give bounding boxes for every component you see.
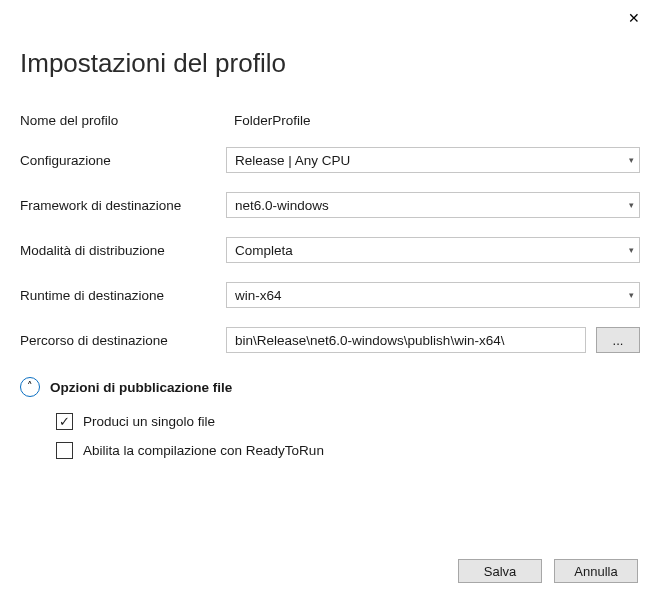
label-profile-name: Nome del profilo — [20, 113, 224, 128]
save-button[interactable]: Salva — [458, 559, 542, 583]
file-publish-options-list: ✓ Produci un singolo file Abilita la com… — [56, 413, 638, 459]
page-title: Impostazioni del profilo — [20, 48, 638, 79]
label-configuration: Configurazione — [20, 153, 224, 168]
cancel-button[interactable]: Annulla — [554, 559, 638, 583]
target-framework-input[interactable] — [226, 192, 640, 218]
close-button[interactable]: ✕ — [622, 6, 646, 30]
browse-button[interactable]: ... — [596, 327, 640, 353]
deployment-mode-input[interactable] — [226, 237, 640, 263]
dialog-footer: Salva Annulla — [458, 559, 638, 583]
label-deployment-mode: Modalità di distribuzione — [20, 243, 224, 258]
label-target-runtime: Runtime di destinazione — [20, 288, 224, 303]
configuration-select[interactable]: ▾ — [226, 147, 640, 173]
dialog-content: Impostazioni del profilo Nome del profil… — [0, 0, 658, 479]
ready-to-run-label: Abilita la compilazione con ReadyToRun — [83, 443, 324, 458]
single-file-label: Produci un singolo file — [83, 414, 215, 429]
target-runtime-select[interactable]: ▾ — [226, 282, 640, 308]
label-target-framework: Framework di destinazione — [20, 198, 224, 213]
close-icon: ✕ — [628, 10, 640, 26]
single-file-checkbox-row[interactable]: ✓ Produci un singolo file — [56, 413, 638, 430]
label-target-location: Percorso di destinazione — [20, 333, 224, 348]
single-file-checkbox[interactable]: ✓ — [56, 413, 73, 430]
configuration-input[interactable] — [226, 147, 640, 173]
ready-to-run-checkbox-row[interactable]: Abilita la compilazione con ReadyToRun — [56, 442, 638, 459]
value-profile-name: FolderProfile — [226, 113, 640, 128]
target-location-input[interactable] — [226, 327, 586, 353]
target-runtime-input[interactable] — [226, 282, 640, 308]
ready-to-run-checkbox[interactable] — [56, 442, 73, 459]
form-grid: Nome del profilo FolderProfile Configura… — [20, 113, 638, 353]
expander-toggle-icon: ˄ — [20, 377, 40, 397]
file-publish-options-expander[interactable]: ˄ Opzioni di pubblicazione file — [20, 377, 638, 397]
target-framework-select[interactable]: ▾ — [226, 192, 640, 218]
chevron-up-icon: ˄ — [27, 381, 33, 392]
expander-label: Opzioni di pubblicazione file — [50, 380, 232, 395]
deployment-mode-select[interactable]: ▾ — [226, 237, 640, 263]
